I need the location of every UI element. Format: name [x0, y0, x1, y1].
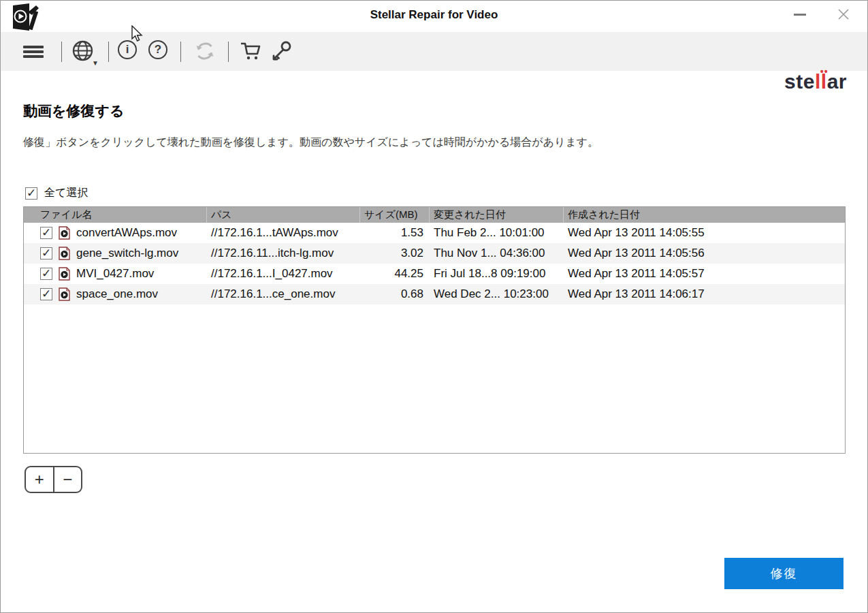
column-header-modified[interactable]: 変更された日付	[430, 207, 564, 223]
table-header: ファイル名 パス サイズ(MB) 変更された日付 作成された日付	[24, 207, 845, 223]
file-path: //172.16.1...I_0427.mov	[207, 267, 360, 281]
cart-icon[interactable]	[240, 40, 261, 61]
checkbox-icon[interactable]	[25, 187, 37, 200]
file-name: MVI_0427.mov	[76, 267, 154, 281]
toolbar-divider	[61, 42, 62, 62]
file-created-date: Wed Apr 13 2011 14:06:17	[564, 287, 845, 301]
refresh-icon	[194, 40, 216, 62]
remove-file-button[interactable]: −	[54, 467, 82, 492]
app-window: { "window": { "title": "Stellar Repair f…	[0, 0, 868, 613]
file-created-date: Wed Apr 13 2011 14:05:56	[564, 247, 845, 260]
activation-key-icon[interactable]	[270, 40, 292, 63]
file-modified-date: Fri Jul 18...8 09:19:00	[430, 267, 564, 281]
file-size: 0.68	[360, 287, 430, 301]
file-created-date: Wed Apr 13 2011 14:05:57	[564, 267, 845, 281]
add-file-button[interactable]: +	[26, 467, 54, 492]
file-size: 1.53	[360, 226, 430, 240]
select-all-label: 全て選択	[44, 186, 88, 200]
toolbar-divider	[228, 42, 229, 62]
mouse-cursor	[131, 25, 144, 46]
file-path: //172.16.1...tAWAps.mov	[207, 226, 360, 240]
menu-icon[interactable]	[23, 44, 44, 60]
table-body: convertAWAps.mov //172.16.1...tAWAps.mov…	[24, 223, 845, 304]
close-icon	[838, 9, 849, 20]
table-row[interactable]: gene_switch-lg.mov //172.16.11...itch-lg…	[24, 243, 845, 264]
row-checkbox[interactable]	[40, 268, 52, 280]
toolbar-divider	[180, 42, 181, 62]
logo-dots: ••	[820, 66, 829, 77]
table-row[interactable]: space_one.mov //172.16.1...ce_one.mov 0.…	[24, 284, 845, 304]
column-header-created[interactable]: 作成された日付	[564, 207, 845, 223]
video-file-icon	[59, 287, 70, 301]
stellar-logo: stell••ar	[784, 70, 847, 93]
file-path: //172.16.11...itch-lg.mov	[207, 247, 360, 260]
column-header-size[interactable]: サイズ(MB)	[360, 207, 430, 223]
video-file-icon	[59, 267, 70, 281]
close-button[interactable]	[828, 1, 859, 28]
help-icon[interactable]: ?	[148, 40, 167, 59]
language-globe-icon[interactable]: ▼	[72, 40, 93, 64]
table-row[interactable]: convertAWAps.mov //172.16.1...tAWAps.mov…	[24, 223, 845, 243]
file-modified-date: Wed Dec 2... 10:23:00	[430, 287, 564, 301]
file-created-date: Wed Apr 13 2011 14:05:55	[564, 226, 845, 240]
window-title: Stellar Repair for Video	[1, 8, 867, 22]
file-table: ファイル名 パス サイズ(MB) 変更された日付 作成された日付	[23, 206, 846, 454]
file-name: space_one.mov	[76, 287, 158, 301]
page-description: 修復」ボタンをクリックして壊れた動画を修復します。動画の数やサイズによっては時間…	[23, 136, 598, 150]
video-file-icon	[59, 247, 70, 260]
chevron-down-icon: ▼	[92, 59, 99, 67]
column-header-path[interactable]: パス	[207, 207, 360, 223]
video-file-icon	[59, 226, 70, 240]
row-checkbox[interactable]	[40, 227, 52, 239]
column-header-filename[interactable]: ファイル名	[24, 207, 207, 223]
repair-button[interactable]: 修復	[724, 558, 843, 589]
row-checkbox[interactable]	[40, 247, 52, 260]
file-name: convertAWAps.mov	[76, 226, 177, 240]
row-checkbox[interactable]	[40, 288, 52, 300]
file-size: 44.25	[360, 267, 430, 281]
select-all-checkbox[interactable]: 全て選択	[25, 186, 88, 200]
file-modified-date: Thu Nov 1... 04:36:00	[430, 247, 564, 260]
file-path: //172.16.1...ce_one.mov	[207, 287, 360, 301]
file-modified-date: Thu Feb 2... 10:01:00	[430, 226, 564, 240]
toolbar-divider	[108, 42, 109, 62]
page-title: 動画を修復する	[23, 101, 124, 121]
minimize-button[interactable]	[784, 1, 816, 28]
file-size: 3.02	[360, 247, 430, 260]
file-name: gene_switch-lg.mov	[76, 247, 178, 260]
table-row[interactable]: MVI_0427.mov //172.16.1...I_0427.mov 44.…	[24, 264, 845, 284]
file-list-controls: + −	[25, 466, 82, 493]
